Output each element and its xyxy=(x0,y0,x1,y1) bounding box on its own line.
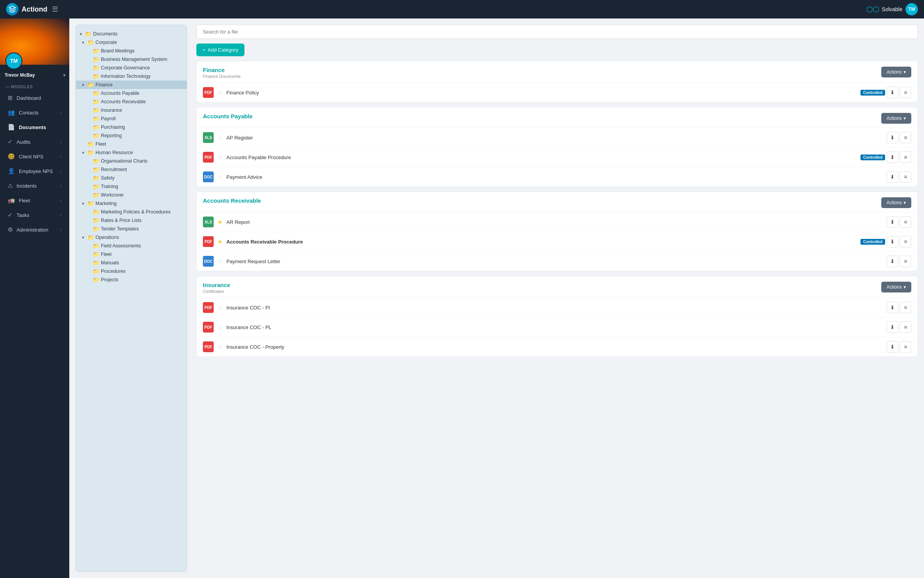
download-button[interactable]: ⬇ xyxy=(887,255,898,267)
download-button[interactable]: ⬇ xyxy=(887,151,898,163)
download-button[interactable]: ⬇ xyxy=(887,302,898,313)
star-icon[interactable]: ☆ xyxy=(218,134,223,141)
folder-icon: 📁 xyxy=(93,65,99,71)
accounts-payable-actions-button[interactable]: Actions ▾ xyxy=(881,113,911,124)
audits-icon: ✓ xyxy=(8,138,13,145)
tree-item-purchasing[interactable]: 📁 Purchasing xyxy=(76,123,187,131)
tree-item-workcover[interactable]: 📁 Workcover xyxy=(76,191,187,199)
menu-button[interactable]: ≡ xyxy=(900,87,911,98)
tree-item-reporting[interactable]: 📁 Reporting xyxy=(76,131,187,140)
tree-item-human-resource[interactable]: ▼ 📁 Human Resource xyxy=(76,148,187,157)
sidebar-item-fleet[interactable]: 🚛 Fleet › xyxy=(2,193,67,207)
star-icon[interactable]: ☆ xyxy=(218,324,223,330)
folder-icon: 📁 xyxy=(87,150,94,156)
section-subtitle: Certificates xyxy=(203,289,230,294)
menu-button[interactable]: ≡ xyxy=(900,216,911,228)
doc-name: Payment Request Letter xyxy=(226,259,883,264)
tree-item-safety[interactable]: 📁 Safety xyxy=(76,174,187,182)
tree-item-procedures[interactable]: 📁 Procedures xyxy=(76,267,187,276)
tree-item-recruitment[interactable]: 📁 Recruitment xyxy=(76,165,187,174)
sidebar-item-client-nps[interactable]: 😊 Client NPS › xyxy=(2,150,67,163)
star-icon[interactable]: ☆ xyxy=(218,258,223,264)
sidebar-item-tasks[interactable]: ✓ Tasks › xyxy=(2,208,67,222)
chevron-down-icon: ▾ xyxy=(904,69,906,75)
download-button[interactable]: ⬇ xyxy=(887,236,898,247)
sidebar-item-employee-nps[interactable]: 👤 Employee NPS › xyxy=(2,164,67,178)
insurance-actions-button[interactable]: Actions ▾ xyxy=(881,282,911,292)
folder-icon: 📁 xyxy=(93,217,99,223)
tree-item-manuals[interactable]: 📁 Manuals xyxy=(76,259,187,267)
sidebar-item-label: Employee NPS xyxy=(19,168,53,174)
menu-button[interactable]: ≡ xyxy=(900,321,911,333)
menu-button[interactable]: ≡ xyxy=(900,236,911,247)
accounts-receivable-actions-button[interactable]: Actions ▾ xyxy=(881,197,911,208)
tree-item-org-charts[interactable]: 📁 Organisational Charts xyxy=(76,157,187,165)
tree-item-insurance[interactable]: 📁 Insurance xyxy=(76,106,187,114)
star-icon[interactable]: ☆ xyxy=(218,304,223,311)
app-logo[interactable]: Actiond xyxy=(6,3,47,15)
download-button[interactable]: ⬇ xyxy=(887,216,898,228)
tree-item-training[interactable]: 📁 Training xyxy=(76,182,187,191)
menu-button[interactable]: ≡ xyxy=(900,132,911,143)
download-button[interactable]: ⬇ xyxy=(887,171,898,183)
app-name: Actiond xyxy=(22,5,47,13)
tree-item-ops-fleet[interactable]: 📁 Fleet xyxy=(76,250,187,259)
folder-icon: 📁 xyxy=(93,226,99,232)
tree-item-documents[interactable]: ▼ 📁 Documents xyxy=(76,30,187,38)
user-name-row[interactable]: Trevor McBay ▼ xyxy=(5,72,66,78)
chevron-down-icon: ▾ xyxy=(904,200,906,205)
folder-icon: 📁 xyxy=(93,192,99,198)
menu-button[interactable]: ≡ xyxy=(900,255,911,267)
tree-item-marketing[interactable]: ▼ 📁 Marketing xyxy=(76,199,187,208)
tree-item-accounts-receivable[interactable]: 📁 Accounts Receivable xyxy=(76,97,187,106)
menu-button[interactable]: ≡ xyxy=(900,302,911,313)
tree-item-accounts-payable[interactable]: 📁 Accounts Payable xyxy=(76,89,187,97)
download-button[interactable]: ⬇ xyxy=(887,132,898,143)
menu-button[interactable]: ≡ xyxy=(900,151,911,163)
tree-item-corporate-governance[interactable]: 📁 Corporate Governance xyxy=(76,64,187,72)
chevron-right-icon: › xyxy=(60,111,62,115)
download-button[interactable]: ⬇ xyxy=(887,341,898,353)
star-icon[interactable]: ☆ xyxy=(218,344,223,350)
tree-item-projects[interactable]: 📁 Projects xyxy=(76,276,187,284)
star-icon[interactable]: ☆ xyxy=(218,89,223,96)
star-icon[interactable]: ★ xyxy=(218,239,223,245)
sidebar-item-dashboard[interactable]: ⊞ Dashboard xyxy=(2,91,67,105)
tree-item-finance[interactable]: ▼ 📁 Finance xyxy=(76,81,187,89)
star-icon[interactable]: ★ xyxy=(218,219,223,225)
sidebar-item-administration[interactable]: ⚙ Administration › xyxy=(2,223,67,237)
add-category-label: Add Category xyxy=(208,47,239,53)
star-icon[interactable]: ☆ xyxy=(218,174,223,180)
section-title: Insurance xyxy=(203,282,230,288)
star-icon[interactable]: ☆ xyxy=(218,154,223,160)
tree-item-corporate[interactable]: ▼ 📁 Corporate xyxy=(76,38,187,47)
download-button[interactable]: ⬇ xyxy=(887,87,898,98)
download-button[interactable]: ⬇ xyxy=(887,321,898,333)
tree-item-payroll[interactable]: 📁 Payroll xyxy=(76,114,187,123)
user-name: Trevor McBay xyxy=(5,72,35,78)
sidebar-item-contacts[interactable]: 👥 Contacts › xyxy=(2,106,67,119)
doc-row: PDF ☆ Accounts Payable Procedure Control… xyxy=(197,148,917,167)
sidebar-item-incidents[interactable]: ⚠ Incidents › xyxy=(2,179,67,193)
search-input[interactable] xyxy=(196,25,918,39)
tree-item-operations[interactable]: ▼ 📁 Operations xyxy=(76,233,187,242)
tree-item-tender-templates[interactable]: 📁 Tender Templates xyxy=(76,225,187,233)
tree-item-bms[interactable]: 📁 Business Management System xyxy=(76,55,187,64)
sidebar-item-documents[interactable]: 📄 Documents xyxy=(2,120,67,134)
menu-button[interactable]: ≡ xyxy=(900,171,911,183)
tree-item-field-assessments[interactable]: 📁 Field Assessments xyxy=(76,242,187,250)
add-category-button[interactable]: + Add Category xyxy=(196,44,244,56)
finance-actions-button[interactable]: Actions ▾ xyxy=(881,67,911,77)
hamburger-icon[interactable]: ☰ xyxy=(52,5,58,13)
tree-item-board-meetings[interactable]: 📁 Board Meetings xyxy=(76,47,187,55)
sidebar-item-audits[interactable]: ✓ Audits › xyxy=(2,135,67,149)
tree-item-label: Organisational Charts xyxy=(101,158,147,164)
tree-item-rates-price-lists[interactable]: 📁 Rates & Price Lists xyxy=(76,216,187,225)
tree-item-information-technology[interactable]: 📁 Information Technology xyxy=(76,72,187,81)
controlled-badge: Controlled xyxy=(860,239,885,245)
menu-button[interactable]: ≡ xyxy=(900,341,911,353)
logo-icon xyxy=(6,3,18,15)
tree-item-marketing-policies[interactable]: 📁 Marketing Policies & Procedures xyxy=(76,208,187,216)
tree-item-fleet[interactable]: 📁 Fleet xyxy=(76,140,187,148)
user-avatar-top[interactable]: TM xyxy=(906,3,918,15)
